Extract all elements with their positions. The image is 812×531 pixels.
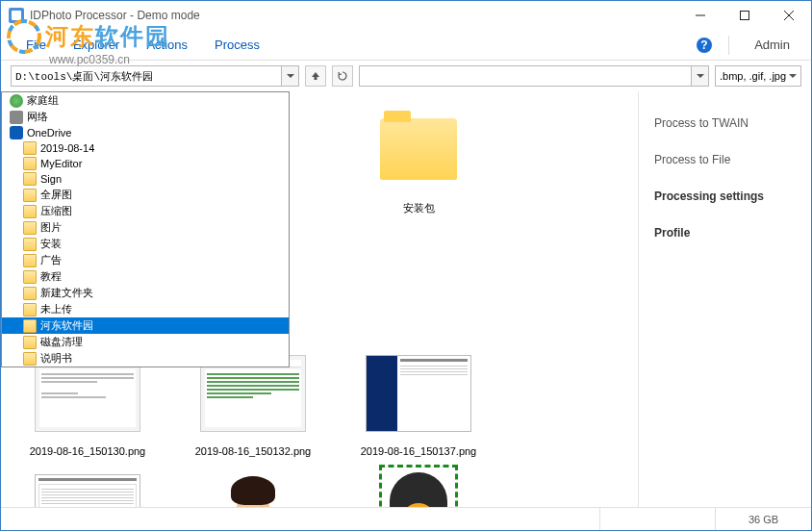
dropdown-item[interactable]: 未上传: [2, 301, 289, 317]
dropdown-item[interactable]: 家庭组: [2, 92, 289, 109]
folder-icon: [23, 287, 37, 300]
dropdown-item-label: 图片: [40, 220, 62, 235]
folder-icon: [23, 270, 37, 284]
dropdown-item-label: 未上传: [40, 302, 72, 316]
svg-rect-3: [741, 12, 749, 20]
svg-rect-1: [12, 11, 21, 20]
file-item[interactable]: 安装包: [342, 101, 495, 215]
dropdown-item[interactable]: 图片: [2, 219, 289, 236]
folder-icon: [23, 336, 37, 349]
chevron-down-icon: [789, 74, 797, 78]
folder-icon: [23, 205, 37, 218]
folder-icon: [23, 141, 37, 155]
refresh-button[interactable]: [332, 65, 353, 87]
dropdown-item[interactable]: 全屏图: [2, 187, 289, 203]
menu-explorer[interactable]: Explorer: [60, 34, 133, 56]
status-disk-space: 36 GB: [715, 508, 811, 530]
file-item[interactable]: 2019-08-16_150137.png: [342, 345, 495, 457]
menu-admin[interactable]: Admin: [745, 38, 799, 52]
dropdown-item-label: 家庭组: [27, 93, 59, 108]
file-item[interactable]: 2019-08-16_150259.png: [11, 465, 165, 507]
file-label: 2019-08-16_150130.png: [30, 445, 146, 457]
dropdown-item-label: 网络: [27, 110, 48, 124]
folder-icon: [23, 189, 37, 202]
extension-filter-combo[interactable]: .bmp, .gif, .jpg: [715, 65, 801, 87]
folder-icon: [23, 172, 37, 186]
folder-icon: [23, 303, 37, 316]
dropdown-item-label: 压缩图: [40, 204, 72, 218]
folder-icon: [23, 254, 37, 267]
file-item[interactable]: 2019-08-16_150355.png: [176, 465, 330, 507]
dropdown-item-label: 安装: [40, 237, 62, 251]
dropdown-item-label: 广告: [40, 253, 62, 267]
maximize-button[interactable]: [723, 1, 767, 30]
dropdown-item[interactable]: 说明书: [2, 350, 289, 367]
dropdown-item[interactable]: 网络: [2, 109, 289, 125]
help-icon[interactable]: ?: [696, 37, 713, 54]
dropdown-item-label: MyEditor: [40, 158, 82, 169]
cloud-icon: [10, 126, 23, 139]
name-filter-dropdown[interactable]: [691, 66, 708, 86]
side-processing-settings[interactable]: Processing settings: [650, 178, 799, 215]
close-button[interactable]: [767, 1, 811, 30]
folder-icon: [23, 221, 37, 235]
folder-icon: [23, 352, 37, 366]
path-dropdown-list[interactable]: 家庭组网络OneDrive2019-08-14MyEditorSign全屏图压缩…: [1, 91, 290, 367]
dropdown-item[interactable]: 广告: [2, 252, 289, 268]
file-label: 2019-08-16_150137.png: [361, 445, 477, 457]
file-item[interactable]: IDPhotoProcessor.png: [342, 465, 495, 507]
dropdown-item[interactable]: 安装: [2, 236, 289, 252]
up-button[interactable]: [305, 65, 326, 87]
dropdown-item[interactable]: 河东软件园: [2, 317, 289, 334]
side-profile[interactable]: Profile: [650, 215, 799, 251]
dropdown-item-label: 2019-08-14: [40, 142, 94, 154]
home-icon: [10, 94, 23, 108]
dropdown-item[interactable]: 2019-08-14: [2, 140, 289, 156]
folder-icon: [23, 319, 37, 333]
path-combobox[interactable]: [11, 65, 299, 87]
chevron-down-icon: [287, 74, 294, 78]
file-pane[interactable]: 安装包 新建文件夹 2019-08-16_150130.png 2019-08-…: [1, 91, 638, 507]
window-controls: [678, 1, 811, 30]
window-title: IDPhoto Processor - Demo mode: [30, 9, 678, 22]
chevron-down-icon: [697, 74, 704, 78]
dropdown-item[interactable]: 新建文件夹: [2, 285, 289, 301]
menu-process[interactable]: Process: [201, 34, 273, 56]
app-icon: [9, 8, 24, 23]
net-icon: [10, 111, 23, 124]
dropdown-item-label: 说明书: [40, 351, 72, 366]
file-label: 2019-08-16_150132.png: [195, 445, 312, 457]
side-panel: Process to TWAIN Process to File Process…: [638, 91, 811, 507]
dropdown-item[interactable]: 压缩图: [2, 203, 289, 219]
folder-icon: [380, 118, 457, 180]
titlebar: IDPhoto Processor - Demo mode: [1, 1, 811, 30]
path-dropdown-button[interactable]: [281, 66, 298, 86]
dropdown-item-label: Sign: [40, 173, 62, 185]
menu-actions[interactable]: Actions: [133, 34, 201, 56]
menu-separator: [728, 36, 729, 55]
main-area: 安装包 新建文件夹 2019-08-16_150130.png 2019-08-…: [1, 91, 811, 507]
dropdown-item[interactable]: 磁盘清理: [2, 334, 289, 350]
side-process-twain[interactable]: Process to TWAIN: [650, 105, 799, 141]
dropdown-item-label: 磁盘清理: [40, 335, 83, 349]
dropdown-item[interactable]: MyEditor: [2, 156, 289, 171]
image-thumbnail: [214, 465, 292, 507]
statusbar: 36 GB: [1, 507, 811, 530]
dropdown-item-label: OneDrive: [27, 127, 71, 139]
dropdown-item-label: 全屏图: [40, 188, 72, 202]
svg-text:?: ?: [700, 38, 707, 52]
dropdown-item[interactable]: OneDrive: [2, 125, 289, 140]
toolbar: .bmp, .gif, .jpg: [1, 61, 811, 91]
dropdown-item[interactable]: 教程: [2, 268, 289, 285]
folder-icon: [23, 157, 37, 170]
status-empty-cell: [599, 508, 715, 530]
dropdown-item-label: 河东软件园: [40, 318, 93, 333]
side-process-file[interactable]: Process to File: [650, 141, 799, 178]
minimize-button[interactable]: [678, 1, 723, 30]
path-input[interactable]: [12, 70, 281, 82]
dropdown-item[interactable]: Sign: [2, 171, 289, 187]
name-filter-input[interactable]: [359, 65, 709, 87]
menu-file[interactable]: File: [13, 34, 60, 56]
dropdown-item-label: 教程: [40, 269, 62, 284]
menubar: File Explorer Actions Process ? Admin: [1, 30, 811, 61]
